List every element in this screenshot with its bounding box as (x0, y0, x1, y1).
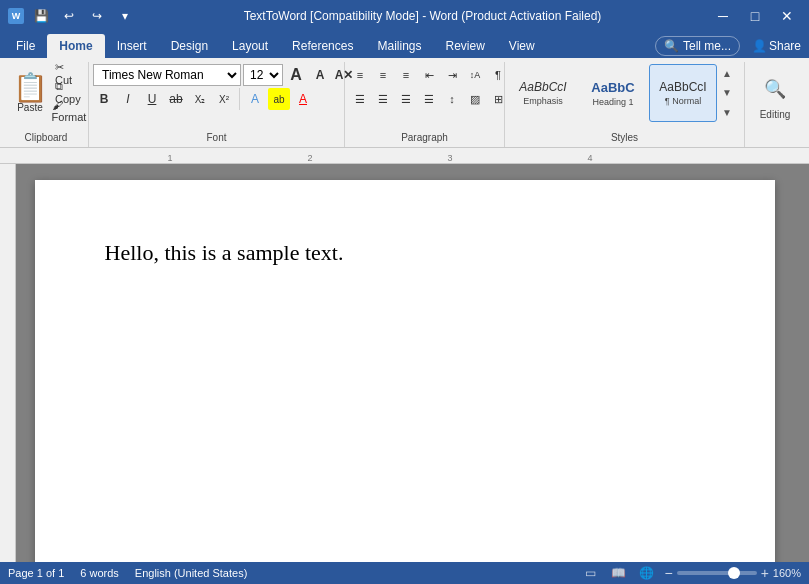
title-bar: W 💾 ↩ ↪ ▾ TextToWord [Compatibility Mode… (0, 0, 809, 32)
window-controls: ─ □ ✕ (709, 2, 801, 30)
share-button[interactable]: 👤 Share (744, 37, 809, 55)
editing-group: 🔍 Editing (745, 62, 805, 147)
editing-label: Editing (760, 109, 791, 120)
styles-more-button[interactable]: ▼ (719, 103, 735, 122)
tab-review[interactable]: Review (433, 34, 496, 58)
ruler: 1 2 3 4 (0, 148, 809, 164)
subscript-button[interactable]: X₂ (189, 88, 211, 110)
document-text[interactable]: Hello, this is a sample text. (105, 240, 705, 266)
page: Hello, this is a sample text. (35, 180, 775, 562)
tab-references[interactable]: References (280, 34, 365, 58)
ruler-mark-2: 2 (307, 153, 312, 163)
format-painter-button[interactable]: 🖌 Format (54, 102, 84, 120)
title-bar-left: W 💾 ↩ ↪ ▾ (8, 5, 136, 27)
person-icon: 👤 (752, 39, 767, 53)
font-label: Font (89, 132, 344, 143)
tab-file[interactable]: File (4, 34, 47, 58)
font-name-select[interactable]: Times New Roman (93, 64, 241, 86)
tab-insert[interactable]: Insert (105, 34, 159, 58)
italic-button[interactable]: I (117, 88, 139, 110)
strikethrough-button[interactable]: ab (165, 88, 187, 110)
undo-button[interactable]: ↩ (58, 5, 80, 27)
style-emphasis[interactable]: AaBbCcI Emphasis (509, 64, 577, 122)
font-size-select[interactable]: 12 (243, 64, 283, 86)
zoom-out-button[interactable]: − (664, 565, 672, 581)
align-right-button[interactable]: ☰ (395, 88, 417, 110)
ruler-content: 1 2 3 4 (20, 148, 809, 163)
separator (239, 88, 240, 110)
vertical-ruler (0, 164, 16, 562)
numbering-button[interactable]: ≡ (372, 64, 394, 86)
language: English (United States) (135, 567, 248, 579)
ribbon-body: 📋 Paste ✂ Cut ⧉ Copy 🖌 Format Clipboard … (0, 58, 809, 148)
zoom-in-button[interactable]: + (761, 565, 769, 581)
increase-indent-button[interactable]: ⇥ (441, 64, 463, 86)
style-heading1[interactable]: AaBbC Heading 1 (579, 64, 647, 122)
bold-button[interactable]: B (93, 88, 115, 110)
styles-scroll-up[interactable]: ▲ (719, 64, 735, 83)
grow-font-button[interactable]: A (285, 64, 307, 86)
editing-group-content: 🔍 Editing (759, 64, 791, 145)
shrink-font-button[interactable]: A (309, 64, 331, 86)
paragraph-top-row: ≡ ≡ ≡ ⇤ ⇥ ↕A ¶ (349, 64, 509, 86)
tab-design[interactable]: Design (159, 34, 220, 58)
underline-button[interactable]: U (141, 88, 163, 110)
web-layout-button[interactable]: 🌐 (636, 565, 656, 581)
superscript-button[interactable]: X² (213, 88, 235, 110)
ruler-mark-1: 1 (167, 153, 172, 163)
tab-layout[interactable]: Layout (220, 34, 280, 58)
print-layout-view-button[interactable]: ▭ (580, 565, 600, 581)
shading-button[interactable]: ▨ (464, 88, 486, 110)
word-count: 6 words (80, 567, 119, 579)
tab-home[interactable]: Home (47, 34, 104, 58)
tell-me-button[interactable]: 🔍 Tell me... (655, 36, 740, 56)
multilevel-button[interactable]: ≡ (395, 64, 417, 86)
paragraph-group: ≡ ≡ ≡ ⇤ ⇥ ↕A ¶ ☰ ☰ ☰ ☰ ↕ ▨ ⊞ Paragraph (345, 62, 505, 147)
paragraph-group-content: ≡ ≡ ≡ ⇤ ⇥ ↕A ¶ ☰ ☰ ☰ ☰ ↕ ▨ ⊞ (349, 64, 509, 126)
text-effects-button[interactable]: A (244, 88, 266, 110)
minimize-button[interactable]: ─ (709, 2, 737, 30)
font-color-button[interactable]: A (292, 88, 314, 110)
window-title: TextToWord [Compatibility Mode] - Word (… (136, 9, 709, 23)
style-normal-preview: AaBbCcI (659, 80, 706, 94)
close-button[interactable]: ✕ (773, 2, 801, 30)
styles-label: Styles (505, 132, 744, 143)
customize-qat-button[interactable]: ▾ (114, 5, 136, 27)
style-emphasis-preview: AaBbCcI (519, 80, 566, 94)
paste-icon: 📋 (13, 74, 48, 102)
style-emphasis-name: Emphasis (523, 96, 563, 106)
editing-search-button[interactable]: 🔍 (759, 73, 791, 105)
tab-view[interactable]: View (497, 34, 547, 58)
search-icon: 🔍 (664, 39, 679, 53)
page-indicator: Page 1 of 1 (8, 567, 64, 579)
read-mode-button[interactable]: 📖 (608, 565, 628, 581)
align-left-button[interactable]: ☰ (349, 88, 371, 110)
align-center-button[interactable]: ☰ (372, 88, 394, 110)
text-highlight-button[interactable]: ab (268, 88, 290, 110)
clipboard-group: 📋 Paste ✂ Cut ⧉ Copy 🖌 Format Clipboard (4, 62, 89, 147)
styles-group-content: AaBbCcI Emphasis AaBbC Heading 1 AaBbCcI… (509, 64, 735, 138)
zoom-track[interactable] (677, 571, 757, 575)
paste-button[interactable]: 📋 Paste (8, 64, 52, 122)
tell-me-text: Tell me... (683, 39, 731, 53)
justify-button[interactable]: ☰ (418, 88, 440, 110)
status-right: ▭ 📖 🌐 − + 160% (580, 565, 801, 581)
zoom-percentage: 160% (773, 567, 801, 579)
sort-button[interactable]: ↕A (464, 64, 486, 86)
redo-button[interactable]: ↪ (86, 5, 108, 27)
styles-scroll-down[interactable]: ▼ (719, 83, 735, 102)
styles-scroll-buttons: ▲ ▼ ▼ (719, 64, 735, 122)
save-button[interactable]: 💾 (30, 5, 52, 27)
line-spacing-button[interactable]: ↕ (441, 88, 463, 110)
tab-mailings[interactable]: Mailings (365, 34, 433, 58)
style-normal[interactable]: AaBbCcI ¶ Normal (649, 64, 717, 122)
style-heading1-name: Heading 1 (592, 97, 633, 107)
font-name-row: Times New Roman 12 A A A✕ (93, 64, 355, 86)
decrease-indent-button[interactable]: ⇤ (418, 64, 440, 86)
font-group: Times New Roman 12 A A A✕ B I U ab X₂ X²… (89, 62, 345, 147)
paragraph-label: Paragraph (345, 132, 504, 143)
maximize-button[interactable]: □ (741, 2, 769, 30)
ruler-mark-3: 3 (447, 153, 452, 163)
style-normal-name: ¶ Normal (665, 96, 701, 106)
bullets-button[interactable]: ≡ (349, 64, 371, 86)
